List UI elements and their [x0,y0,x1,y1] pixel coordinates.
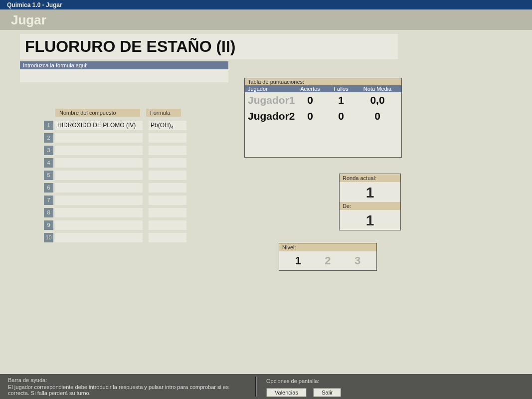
score-row: Jugador1010,0 [245,92,401,108]
history-row-number: 7 [44,196,53,205]
round-panel: Ronda actual: 1 De: 1 [339,174,401,230]
page-header: Jugar [0,9,532,30]
score-col-hits: Aciertos [295,86,326,92]
history-row-formula [149,171,186,180]
level-option[interactable]: 1 [295,254,301,267]
level-title: Nivel: [279,243,376,251]
help-text: El jugador correspondiente debe introduc… [8,384,245,396]
history-row-formula [149,208,186,217]
history-row-name [55,146,143,155]
compound-display: FLUORURO DE ESTAÑO (II) [20,34,398,59]
round-total-value: 1 [340,210,400,230]
score-title: Tabla de puntuaciones: [245,78,401,85]
options-title: Opciones de pantalla: [266,378,346,384]
history-row-formula [149,233,186,242]
score-col-miss: Fallos [326,86,356,92]
history-row: 4 [44,158,198,168]
history-row-formula [149,196,186,205]
history-row-name [55,171,143,180]
history-row: 2 [44,133,198,143]
history-row-name [55,158,143,168]
score-hits: 0 [295,110,326,122]
score-player-name: Jugador1 [245,94,295,106]
compound-name: FLUORURO DE ESTAÑO (II) [25,37,393,56]
help-title: Barra de ayuda: [8,377,245,383]
history-row: 1HIDROXIDO DE PLOMO (IV)Pb(OH)4 [44,121,198,130]
score-miss: 0 [326,110,356,122]
history-row-number: 3 [44,146,53,155]
history-row: 3 [44,146,198,155]
history-row-number: 1 [44,121,53,130]
window-title: Quimica 1.0 - Jugar [7,1,62,8]
window-titlebar: Quimica 1.0 - Jugar [0,0,532,9]
formula-input[interactable] [20,69,228,82]
score-panel: Tabla de puntuaciones: Jugador Aciertos … [244,78,402,158]
history-row-formula [149,158,186,168]
history-row-name [55,220,143,230]
history-row: 6 [44,183,198,193]
history-row-formula: Pb(OH)4 [149,121,186,130]
history-header-name: Nombre del compuesto [55,109,140,117]
screen-options: Opciones de pantalla: Valencias Salir [263,374,349,399]
history-row-number: 2 [44,133,53,143]
level-panel: Nivel: 123 [279,243,377,271]
level-option[interactable]: 3 [355,254,360,267]
score-player-name: Jugador2 [245,110,295,122]
salir-button[interactable]: Salir [313,388,341,397]
history-row: 9 [44,220,198,230]
round-current-label: Ronda actual: [340,174,400,182]
score-hits: 0 [295,94,326,106]
history-row: 8 [44,208,198,217]
round-current-value: 1 [340,182,400,202]
history-row-number: 6 [44,183,53,193]
valencias-button[interactable]: Valencias [266,388,307,397]
history-row: 5 [44,171,198,180]
footer: Barra de ayuda: El jugador correspondien… [0,374,532,399]
formula-input-label: Introduzca la formula aqui: [20,61,228,69]
history-row-formula [149,146,186,155]
score-avg: 0 [356,110,398,122]
history-row-number: 4 [44,158,53,168]
history-row-name [55,196,143,205]
history-row-number: 8 [44,208,53,217]
score-avg: 0,0 [356,94,398,106]
help-section: Barra de ayuda: El jugador correspondien… [0,374,249,398]
history-row-name: HIDROXIDO DE PLOMO (IV) [55,121,143,130]
formula-input-section: Introduzca la formula aqui: [20,61,228,82]
level-option[interactable]: 2 [325,254,331,267]
history-row-name [55,233,143,242]
history-row-formula [149,220,186,230]
history-row-number: 5 [44,171,53,180]
history-row-name [55,208,143,217]
history-row: 10 [44,233,198,242]
page-title: Jugar [11,12,521,28]
round-total-label: De: [340,202,400,210]
history-row: 7 [44,196,198,205]
score-row: Jugador2000 [245,108,401,124]
history-row-name [55,183,143,193]
footer-divider [255,377,257,397]
history-row-name [55,133,143,143]
history-header-row: Nombre del compuesto Formula [55,109,198,117]
history-header-formula: Formula [146,109,181,117]
score-col-player: Jugador [245,86,295,92]
score-header-row: Jugador Aciertos Fallos Nota Media [245,85,401,92]
history-row-number: 9 [44,220,53,230]
main-area: FLUORURO DE ESTAÑO (II) Introduzca la fo… [0,30,532,374]
history-row-formula [149,183,186,193]
score-col-avg: Nota Media [356,86,398,92]
history-list: Nombre del compuesto Formula 1HIDROXIDO … [44,109,198,245]
history-row-number: 10 [44,233,53,242]
history-row-formula [149,133,186,143]
score-miss: 1 [326,94,356,106]
